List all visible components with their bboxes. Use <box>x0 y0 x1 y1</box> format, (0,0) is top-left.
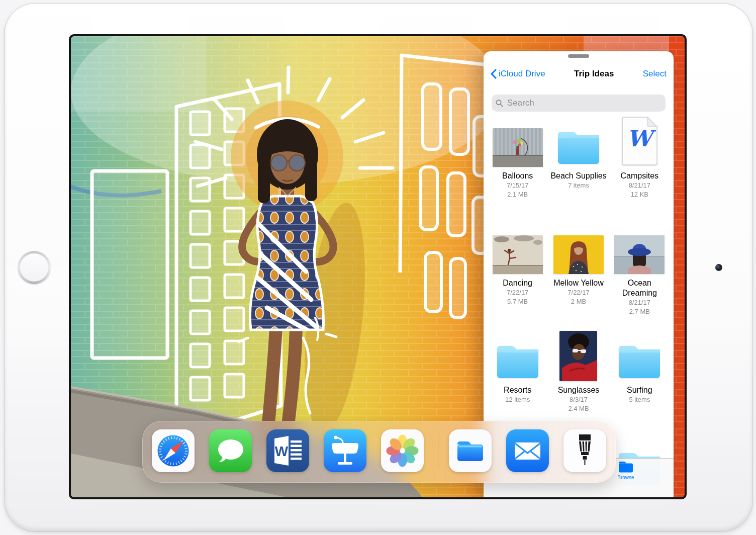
file-item-campsites[interactable]: W Campsites 8/21/17 12 KB <box>609 116 670 223</box>
tab-browse-label: Browse <box>617 475 634 480</box>
file-size: 2 MB <box>571 297 586 306</box>
dock-app-photos[interactable] <box>381 429 424 472</box>
file-item-mellow-yellow[interactable]: Mellow Yellow 7/22/17 2 MB <box>548 223 609 330</box>
blue-folder-icon <box>449 429 492 472</box>
folder-icon <box>487 330 548 381</box>
chevron-left-icon <box>491 69 497 79</box>
front-camera <box>715 264 722 271</box>
drag-handle[interactable] <box>568 54 589 58</box>
dock-app-mail[interactable] <box>506 429 549 472</box>
file-name: Surfing <box>627 385 652 395</box>
search-input[interactable] <box>506 98 662 109</box>
mellow-yellow-photo-thumbnail <box>548 223 609 274</box>
word-document-icon: W <box>609 116 670 167</box>
color-flower-icon <box>381 429 424 472</box>
dock-app-safari[interactable] <box>152 429 195 472</box>
dock-app-word[interactable]: W <box>266 429 309 472</box>
browse-folder-icon <box>618 461 633 473</box>
file-name: Beach Supplies <box>550 171 606 181</box>
search-bar[interactable] <box>492 95 666 112</box>
file-date: 8/3/17 <box>570 395 588 404</box>
dock-app-messages[interactable] <box>209 429 252 472</box>
file-item-ocean-dreaming[interactable]: Ocean Dreaming 8/21/17 2.7 MB <box>609 223 670 330</box>
file-count: 5 items <box>629 395 650 404</box>
svg-text:W: W <box>275 443 289 459</box>
back-button[interactable]: iCloud Drive <box>491 69 545 79</box>
file-size: 2.4 MB <box>568 404 589 413</box>
file-date: 7/22/17 <box>507 288 528 297</box>
balloons-photo-thumbnail <box>487 116 548 167</box>
dock: W <box>142 421 616 483</box>
home-button-surface <box>20 253 48 282</box>
dock-app-marker[interactable] <box>563 429 606 472</box>
folder-icon <box>609 330 670 381</box>
screen-content: iCloud Drive Trip Ideas Select <box>71 36 685 497</box>
sunglasses-photo-thumbnail <box>548 330 609 381</box>
dancing-photo-thumbnail <box>487 223 548 274</box>
ocean-dreaming-photo-thumbnail <box>609 223 670 274</box>
envelope-icon <box>506 429 549 472</box>
file-item-beach-supplies[interactable]: Beach Supplies 7 items <box>548 116 609 223</box>
dock-app-files[interactable] <box>449 429 492 472</box>
file-size: 2.1 MB <box>507 190 528 199</box>
file-count: 7 items <box>568 181 589 190</box>
file-count: 12 items <box>505 395 530 404</box>
file-name: Balloons <box>502 171 533 181</box>
home-button[interactable] <box>18 251 51 284</box>
file-name: Campsites <box>621 171 659 181</box>
search-icon <box>496 99 503 107</box>
marker-pen-icon <box>563 429 606 472</box>
file-name: Dancing <box>503 278 532 288</box>
dock-divider <box>438 433 438 469</box>
file-name: Mellow Yellow <box>553 278 604 288</box>
file-date: 7/15/17 <box>507 181 528 190</box>
file-date: 8/21/17 <box>629 181 650 190</box>
word-doc-letter: W <box>627 126 656 151</box>
file-size: 5.7 MB <box>507 297 528 306</box>
select-button[interactable]: Select <box>643 69 667 79</box>
word-w-document-icon: W <box>266 429 309 472</box>
file-date: 8/21/17 <box>629 298 650 307</box>
back-label: iCloud Drive <box>499 69 545 79</box>
safari-compass-icon <box>152 429 195 472</box>
file-item-balloons[interactable]: Balloons 7/15/17 2.1 MB <box>487 116 548 223</box>
file-size: 2.7 MB <box>629 307 650 316</box>
folder-icon <box>548 116 609 167</box>
dock-app-keynote[interactable] <box>324 429 366 472</box>
ipad-screen: iCloud Drive Trip Ideas Select <box>69 34 687 499</box>
page-title: Trip Ideas <box>545 69 643 79</box>
file-name: Resorts <box>504 385 531 395</box>
file-item-dancing[interactable]: Dancing 7/22/17 5.7 MB <box>487 223 548 330</box>
file-date: 7/22/17 <box>568 288 589 297</box>
file-item-surfing[interactable]: Surfing 5 items <box>609 330 670 437</box>
navigation-bar: iCloud Drive Trip Ideas Select <box>484 64 674 83</box>
file-name: Sunglasses <box>558 385 600 395</box>
speech-bubble-icon <box>209 429 252 472</box>
marketing-canvas: iCloud Drive Trip Ideas Select <box>0 0 756 535</box>
file-name: Ocean Dreaming <box>611 278 668 298</box>
file-size: 12 KB <box>631 190 648 199</box>
keynote-lectern-icon <box>324 429 366 472</box>
